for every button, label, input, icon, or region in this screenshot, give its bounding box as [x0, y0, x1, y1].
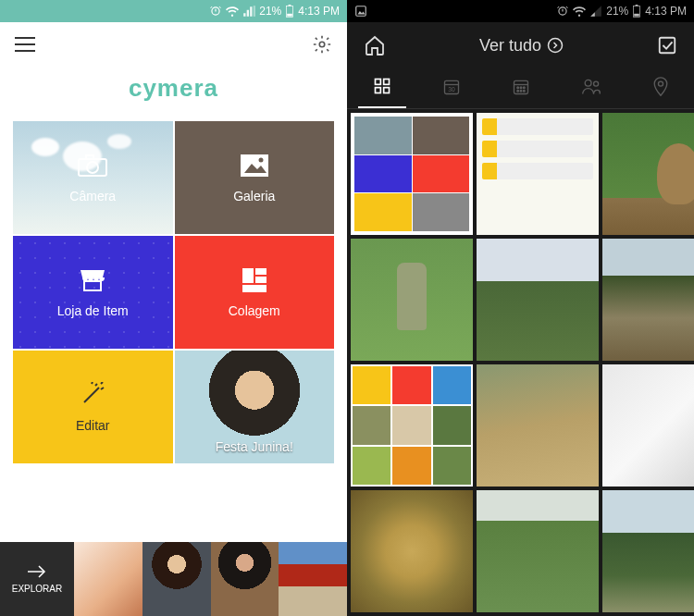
view-tabs: 30	[347, 68, 694, 109]
main-tiles-grid: Câmera Galeria Loja de Item Colagem Edit…	[0, 121, 347, 463]
app-logo: cymera	[0, 67, 347, 121]
wifi-icon	[573, 5, 586, 18]
gallery-thumb[interactable]	[351, 490, 473, 612]
recent-thumb[interactable]	[143, 542, 211, 616]
calendar-icon	[512, 78, 530, 96]
view-all-button[interactable]: Ver tudo	[479, 36, 564, 55]
home-icon[interactable]	[364, 34, 386, 56]
edit-tile[interactable]: Editar	[13, 351, 173, 463]
status-bar: 21% 4:13 PM	[347, 0, 694, 22]
svg-text:30: 30	[448, 86, 455, 92]
gallery-thumb[interactable]	[477, 239, 599, 361]
svg-rect-30	[375, 87, 380, 92]
gallery-screen: 21% 4:13 PM Ver tudo 30	[347, 0, 694, 616]
svg-rect-14	[242, 285, 266, 292]
recent-thumb[interactable]	[279, 542, 347, 616]
edit-label: Editar	[76, 418, 110, 433]
gallery-thumb[interactable]	[351, 113, 473, 235]
wifi-icon	[226, 5, 239, 18]
svg-rect-12	[255, 268, 266, 275]
recent-thumbs	[74, 542, 347, 616]
gallery-label: Galeria	[233, 189, 275, 203]
battery-icon	[632, 5, 641, 18]
svg-point-38	[520, 87, 522, 89]
image-icon	[241, 154, 268, 177]
collage-icon	[242, 268, 266, 292]
svg-rect-2	[287, 14, 292, 17]
explore-label: EXPLORAR	[12, 584, 62, 594]
gallery-thumb[interactable]	[351, 239, 473, 361]
explore-button[interactable]: EXPLORAR	[0, 542, 74, 616]
grid-view-tab[interactable]	[358, 69, 406, 108]
gallery-thumb[interactable]	[477, 113, 599, 235]
menu-icon[interactable]	[15, 37, 35, 52]
settings-icon[interactable]	[312, 34, 332, 55]
svg-point-40	[516, 90, 518, 92]
gallery-grid	[347, 109, 694, 616]
shop-icon	[79, 268, 106, 292]
month-view-tab[interactable]	[497, 70, 545, 107]
people-icon	[581, 78, 601, 96]
gallery-thumb[interactable]	[477, 364, 599, 487]
gallery-thumb[interactable]	[477, 490, 599, 612]
svg-point-43	[585, 80, 591, 86]
svg-rect-6	[86, 155, 93, 159]
gallery-thumb[interactable]	[351, 364, 473, 487]
collage-label: Colagem	[229, 303, 280, 318]
recent-thumb[interactable]	[211, 542, 279, 616]
svg-line-18	[101, 382, 103, 384]
svg-line-19	[92, 382, 93, 384]
svg-rect-28	[375, 79, 380, 84]
alarm-icon	[556, 5, 569, 18]
svg-rect-10	[84, 281, 101, 290]
svg-point-3	[319, 42, 325, 47]
pin-icon	[652, 77, 669, 97]
gallery-header: Ver tudo	[347, 22, 694, 68]
svg-line-17	[101, 388, 104, 389]
signal-icon	[242, 5, 255, 18]
grid-icon	[373, 77, 391, 95]
gallery-thumb[interactable]	[602, 364, 694, 487]
svg-point-37	[516, 87, 518, 89]
svg-point-45	[658, 81, 663, 86]
gallery-thumb[interactable]	[602, 113, 694, 235]
view-all-label: Ver tudo	[479, 36, 541, 55]
image-notif-icon	[354, 5, 367, 18]
svg-rect-13	[255, 277, 266, 283]
battery-percent: 21%	[259, 5, 281, 18]
people-view-tab[interactable]	[566, 70, 616, 107]
app-header	[0, 22, 347, 67]
store-label: Loja de Item	[57, 303, 129, 318]
svg-point-9	[258, 158, 263, 163]
svg-line-15	[84, 388, 99, 402]
collage-tile[interactable]: Colagem	[175, 236, 335, 349]
svg-point-5	[87, 162, 98, 173]
festa-label: Festa Junina!	[216, 439, 293, 463]
store-tile[interactable]: Loja de Item	[13, 236, 173, 349]
svg-line-16	[95, 384, 97, 386]
camera-label: Câmera	[69, 189, 116, 203]
gallery-tile[interactable]: Galeria	[175, 121, 335, 234]
arrow-right-icon	[28, 565, 46, 578]
svg-rect-21	[356, 6, 366, 17]
select-icon[interactable]	[657, 35, 677, 55]
camera-tile[interactable]: Câmera	[13, 121, 173, 234]
svg-rect-25	[634, 14, 639, 17]
clock-text: 4:13 PM	[298, 5, 340, 18]
signal-icon	[589, 5, 602, 18]
svg-rect-27	[660, 38, 675, 54]
battery-percent: 21%	[606, 5, 628, 18]
festa-tile[interactable]: Festa Junina!	[175, 351, 335, 463]
svg-point-26	[549, 39, 563, 53]
cymera-home-screen: 21% 4:13 PM cymera Câmera Galeria Loja d…	[0, 0, 347, 616]
calendar-day-icon: 30	[442, 78, 461, 96]
camera-icon	[77, 154, 108, 178]
day-view-tab[interactable]: 30	[428, 70, 476, 107]
gallery-thumb[interactable]	[602, 490, 694, 612]
recent-thumb[interactable]	[74, 542, 143, 616]
svg-point-44	[593, 81, 598, 86]
location-view-tab[interactable]	[638, 69, 684, 108]
gallery-thumb[interactable]	[602, 239, 694, 361]
alarm-icon	[209, 5, 222, 18]
status-bar: 21% 4:13 PM	[0, 0, 347, 22]
